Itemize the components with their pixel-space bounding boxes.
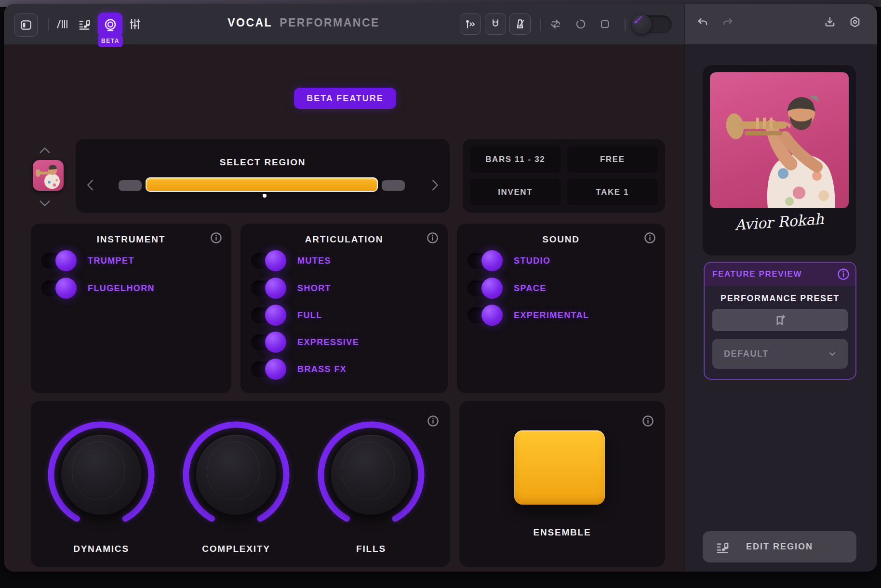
region-segment-after[interactable] (382, 180, 405, 191)
knob-label: COMPLEXITY (176, 544, 296, 554)
expressive-toggle[interactable] (251, 334, 282, 350)
chevron-down-icon (827, 348, 838, 360)
sidebar-toggle-button[interactable] (14, 13, 38, 37)
stop-button[interactable] (597, 16, 613, 32)
toggle-row: MUTES (251, 250, 331, 271)
track-thumbnail[interactable] (33, 160, 64, 191)
arrangement-button[interactable] (76, 16, 93, 32)
region-selection-handle[interactable] (146, 177, 378, 192)
toggle-label: EXPRESSIVE (297, 337, 359, 347)
articulation-title: ARTICULATION (240, 234, 448, 245)
knob-label: FILLS (311, 544, 431, 554)
toggle-row: EXPRESSIVE (251, 332, 359, 353)
instrument-panel: INSTRUMENT TRUMPET FLUGELHORN (31, 224, 231, 393)
sound-title: SOUND (457, 234, 665, 245)
beta-feature-mode-button[interactable] (98, 13, 122, 37)
ensemble-info-button[interactable] (641, 414, 654, 428)
edit-region-button[interactable]: EDIT REGION (703, 531, 856, 562)
short-toggle[interactable] (251, 281, 282, 296)
follow-playhead-icon (464, 18, 477, 30)
chevron-right-icon (431, 179, 440, 191)
take-button[interactable]: TAKE 1 (567, 179, 658, 205)
magnet-icon (489, 18, 502, 30)
metronome-icon (514, 18, 526, 30)
snap-button[interactable] (485, 13, 506, 35)
toggle-knob (55, 278, 77, 299)
toggle-label: EXPERIMENTAL (514, 310, 589, 321)
follow-playhead-button[interactable] (460, 13, 481, 35)
performance-preset-title: PERFORMANCE PRESET (705, 294, 855, 304)
chevron-down-icon (38, 198, 52, 209)
plugin-title: VOCAL PERFORMANCE (222, 16, 386, 29)
select-region-title: SELECT REGION (76, 157, 450, 168)
toggle-label: FULL (297, 310, 322, 321)
region-scroll-left-button[interactable] (83, 178, 97, 192)
full-toggle[interactable] (251, 307, 282, 323)
loop-icon (549, 17, 562, 31)
preset-dropdown[interactable]: DEFAULT (712, 339, 848, 369)
invent-button[interactable]: INVENT (470, 179, 561, 205)
feature-preview-info-button[interactable] (837, 267, 850, 281)
region-prev-button[interactable] (36, 144, 53, 157)
knob-body (61, 435, 141, 515)
artist-signature: Avior Rokah (702, 208, 856, 236)
edit-region-label: EDIT REGION (703, 542, 856, 552)
redo-button[interactable] (720, 14, 735, 30)
toolbar-divider (625, 18, 626, 31)
experimental-toggle[interactable] (467, 307, 498, 323)
instrument-title: INSTRUMENT (31, 234, 231, 245)
ensemble-pad[interactable] (514, 430, 605, 505)
strings-button[interactable] (54, 16, 69, 32)
trumpet-player-art (710, 72, 849, 208)
metronome-button[interactable] (509, 13, 531, 35)
faders-icon (128, 17, 142, 31)
region-segment-before[interactable] (119, 180, 142, 191)
toggle-row: FLUGELHORN (41, 278, 155, 299)
toggle-label: STUDIO (514, 256, 550, 266)
toolbar-divider (48, 18, 49, 31)
articulation-info-button[interactable] (426, 231, 439, 244)
mode-button[interactable]: FREE (567, 146, 658, 173)
toggle-knob (265, 278, 286, 299)
dynamics-knob[interactable]: DYNAMICS (41, 414, 161, 559)
toggle-knob (481, 278, 503, 299)
info-icon (210, 231, 223, 244)
artist-card: Avior Rokah (703, 65, 856, 255)
sound-info-button[interactable] (643, 231, 656, 244)
download-button[interactable] (822, 14, 838, 30)
brush-mode-toggle[interactable] (632, 15, 672, 33)
settings-icon (848, 15, 862, 29)
download-icon (823, 15, 837, 29)
region-scroll-right-button[interactable] (428, 178, 442, 192)
title-secondary: PERFORMANCE (280, 16, 380, 29)
title-primary: VOCAL (227, 16, 272, 29)
toggle-knob (55, 250, 77, 271)
toggle-label: TRUMPET (88, 256, 134, 266)
flugelhorn-toggle[interactable] (41, 281, 72, 296)
instrument-info-button[interactable] (210, 231, 223, 244)
artist-photo (710, 72, 849, 208)
faders-button[interactable] (127, 16, 143, 32)
knob-body (331, 435, 411, 515)
trumpet-toggle[interactable] (41, 253, 72, 268)
info-icon (643, 231, 656, 244)
fills-knob[interactable]: FILLS (311, 414, 431, 559)
toggle-row: SHORT (251, 278, 331, 299)
loop-button[interactable] (548, 16, 563, 32)
save-preset-button[interactable] (712, 309, 848, 331)
cycle-record-button[interactable] (573, 16, 588, 32)
studio-toggle[interactable] (467, 253, 498, 268)
mutes-toggle[interactable] (251, 253, 282, 268)
undo-button[interactable] (695, 14, 710, 30)
articulation-panel: ARTICULATION MUTES SHORT FULL EXPRESSIVE… (240, 224, 448, 393)
complexity-knob[interactable]: COMPLEXITY (176, 414, 296, 559)
toggle-row: EXPERIMENTAL (467, 305, 589, 326)
toggle-knob (481, 305, 503, 326)
region-next-track-button[interactable] (36, 197, 53, 210)
settings-button[interactable] (847, 14, 863, 30)
space-toggle[interactable] (467, 281, 498, 296)
region-info-panel: BARS 11 - 32 FREE INVENT TAKE 1 (463, 139, 665, 213)
brass-fx-toggle[interactable] (251, 361, 282, 377)
bars-range-button[interactable]: BARS 11 - 32 (470, 146, 561, 173)
redo-icon (721, 15, 734, 29)
